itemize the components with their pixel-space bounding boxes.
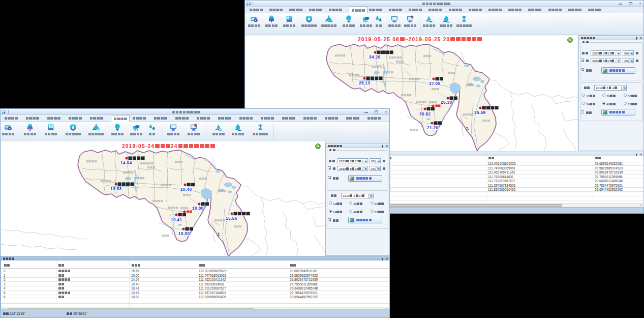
svg-text:37.05: 37.05	[429, 81, 441, 86]
svg-text:14.04: 14.04	[120, 161, 132, 165]
svg-text:13.83: 13.83	[110, 187, 122, 191]
svg-text:34.20: 34.20	[369, 55, 381, 60]
svg-text:10.41: 10.41	[171, 218, 182, 222]
svg-text:15.56: 15.56	[226, 216, 237, 221]
svg-text:26.13: 26.13	[359, 81, 371, 85]
svg-text:10.40: 10.40	[180, 187, 192, 192]
svg-text:10.80: 10.80	[192, 206, 204, 211]
svg-text:30.82: 30.82	[419, 112, 431, 117]
svg-text:26.30: 26.30	[441, 100, 452, 105]
svg-text:25.59: 25.59	[474, 110, 486, 115]
svg-text:21.20: 21.20	[427, 126, 439, 130]
svg-text:10.00: 10.00	[178, 232, 190, 236]
